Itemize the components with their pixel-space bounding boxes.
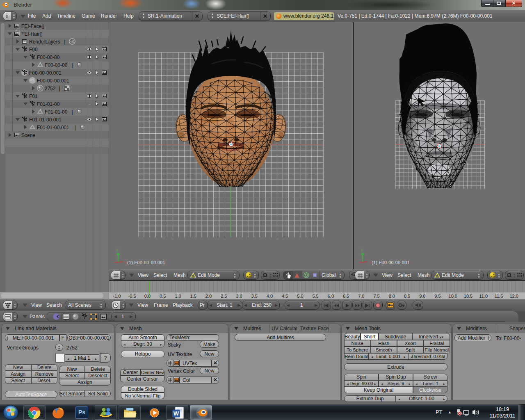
svg-text:y: y	[361, 248, 363, 252]
svg-text:x: x	[369, 260, 371, 265]
svg-text:y: y	[116, 248, 119, 252]
svg-text:W: W	[173, 410, 179, 417]
svg-text:x: x	[125, 260, 127, 265]
